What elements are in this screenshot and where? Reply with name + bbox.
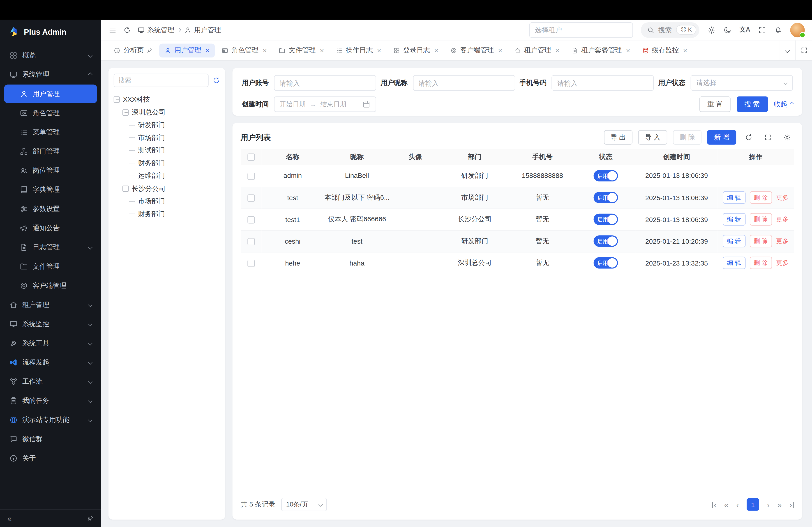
tab-role-management[interactable]: 角色管理× (217, 43, 272, 57)
tree-search-input[interactable] (114, 74, 209, 87)
tab-client-management[interactable]: 客户端管理× (445, 43, 508, 57)
page-size-select[interactable]: 10条/页 (281, 498, 327, 511)
sidebar-item-file-management[interactable]: 文件管理 (4, 257, 97, 276)
next-5-pages-button[interactable]: » (777, 501, 782, 509)
sidebar-item-system-monitor[interactable]: 系统监控 (4, 315, 97, 333)
edit-button[interactable]: 编 辑 (723, 191, 745, 204)
collapse-node-icon[interactable] (114, 96, 120, 103)
last-page-button[interactable]: › (789, 501, 794, 509)
fullscreen-button[interactable] (758, 26, 766, 34)
sidebar-item-post-management[interactable]: 岗位管理 (4, 161, 97, 180)
tree-node[interactable]: 长沙分公司 (114, 182, 220, 195)
row-checkbox[interactable] (247, 172, 255, 180)
sidebar-item-dict-management[interactable]: 字典管理 (4, 181, 97, 199)
status-toggle[interactable]: 启用 (594, 257, 618, 269)
hamburger-menu-button[interactable] (108, 26, 117, 34)
sidebar-item-workflow[interactable]: 工作流 (4, 372, 97, 391)
date-range-picker[interactable]: 开始日期 → 结束日期 (274, 96, 376, 112)
sidebar-item-wechat-group[interactable]: 微信群 (4, 430, 97, 449)
sidebar-item-notice[interactable]: 通知公告 (4, 219, 97, 238)
tree-node[interactable]: 深圳总公司 (114, 106, 220, 119)
collapse-filters-link[interactable]: 收起 (774, 100, 793, 109)
more-button[interactable]: 更多 (776, 194, 788, 201)
tree-node[interactable]: 市场部门 (114, 195, 220, 208)
status-select[interactable]: 请选择 (691, 75, 793, 91)
export-button[interactable]: 导 出 (604, 130, 633, 145)
close-tab-icon[interactable]: × (683, 47, 687, 54)
row-checkbox[interactable] (247, 216, 255, 223)
tab-operation-log[interactable]: 操作日志× (331, 43, 387, 57)
tree-node[interactable]: 市场部门 (114, 132, 220, 144)
sidebar-item-user-management[interactable]: 用户管理 (4, 85, 97, 103)
current-page[interactable]: 1 (747, 498, 759, 511)
tree-node[interactable]: 财务部门 (114, 157, 220, 169)
table-fullscreen-button[interactable] (761, 131, 775, 144)
tab-list-dropdown-button[interactable] (779, 40, 796, 60)
tree-refresh-button[interactable] (213, 77, 220, 84)
tab-analysis[interactable]: 分析页 (108, 43, 158, 57)
close-tab-icon[interactable]: × (320, 47, 324, 54)
status-toggle[interactable]: 启用 (594, 235, 618, 247)
translate-button[interactable]: 文A (740, 26, 751, 34)
sidebar-item-client-management[interactable]: 客户端管理 (4, 276, 97, 295)
search-button[interactable]: 搜 索 (737, 96, 768, 112)
next-page-button[interactable]: › (767, 501, 770, 509)
sidebar-item-system-management[interactable]: 系统管理 (4, 65, 97, 84)
prev-page-button[interactable]: ‹ (736, 501, 739, 509)
sidebar-item-about[interactable]: 关于 (4, 449, 97, 468)
edit-button[interactable]: 编 辑 (723, 235, 745, 247)
tree-node[interactable]: 测试部门 (114, 144, 220, 157)
tenant-select-input[interactable] (529, 22, 633, 37)
delete-row-button[interactable]: 删 除 (750, 257, 772, 269)
sidebar-item-tenant-management[interactable]: 租户管理 (4, 296, 97, 314)
tab-login-log[interactable]: 登录日志× (388, 43, 444, 57)
close-tab-icon[interactable]: × (555, 47, 560, 54)
close-tab-icon[interactable]: × (205, 47, 210, 54)
close-tab-icon[interactable]: × (377, 47, 381, 54)
table-refresh-button[interactable] (742, 131, 755, 144)
delete-row-button[interactable]: 删 除 (750, 191, 772, 204)
row-checkbox[interactable] (247, 194, 255, 201)
row-checkbox[interactable] (247, 238, 255, 245)
settings-gear-button[interactable] (707, 26, 716, 34)
first-page-button[interactable]: ‹ (712, 501, 716, 509)
nickname-input[interactable] (413, 75, 515, 91)
breadcrumb-user[interactable]: 用户管理 (184, 25, 221, 34)
notifications-bell-button[interactable] (774, 26, 782, 34)
global-search-button[interactable]: 搜索 ⌘ K (641, 22, 700, 37)
edit-button[interactable]: 编 辑 (723, 257, 745, 269)
select-all-checkbox[interactable] (247, 154, 255, 161)
collapse-node-icon[interactable] (122, 109, 129, 116)
tab-user-management[interactable]: 用户管理× (159, 43, 215, 57)
tab-tenant-management[interactable]: 租户管理× (509, 43, 565, 57)
sidebar-item-demo-features[interactable]: 演示站专用功能 (4, 411, 97, 430)
add-button[interactable]: 新 增 (707, 130, 736, 145)
close-tab-icon[interactable]: × (626, 47, 630, 54)
delete-row-button[interactable]: 删 除 (750, 235, 772, 247)
delete-row-button[interactable]: 删 除 (750, 213, 772, 225)
tree-node[interactable]: 研发部门 (114, 119, 220, 132)
tab-tenant-package[interactable]: 租户套餐管理× (566, 43, 635, 57)
sidebar-item-dept-management[interactable]: 部门管理 (4, 142, 97, 161)
prev-5-pages-button[interactable]: « (724, 501, 728, 509)
pin-icon[interactable] (87, 515, 94, 522)
sidebar-item-role-management[interactable]: 角色管理 (4, 104, 97, 122)
delete-button[interactable]: 删 除 (673, 130, 702, 145)
more-button[interactable]: 更多 (776, 259, 788, 266)
collapse-node-icon[interactable] (122, 185, 129, 192)
table-settings-button[interactable] (780, 131, 794, 144)
status-toggle[interactable]: 启用 (594, 214, 618, 225)
content-fullscreen-button[interactable] (795, 40, 812, 60)
status-toggle[interactable]: 启用 (594, 170, 618, 181)
edit-button[interactable]: 编 辑 (723, 213, 745, 225)
reset-button[interactable]: 重 置 (699, 96, 730, 112)
status-toggle[interactable]: 启用 (594, 192, 618, 203)
sidebar-item-my-tasks[interactable]: 我的任务 (4, 392, 97, 410)
close-tab-icon[interactable]: × (498, 47, 502, 54)
row-checkbox[interactable] (247, 260, 255, 267)
close-tab-icon[interactable]: × (263, 47, 267, 54)
phone-input[interactable] (552, 75, 654, 91)
tab-cache-monitor[interactable]: 缓存监控× (637, 43, 693, 57)
sidebar-item-system-tools[interactable]: 系统工具 (4, 334, 97, 352)
tab-file-management[interactable]: 文件管理× (274, 43, 329, 57)
